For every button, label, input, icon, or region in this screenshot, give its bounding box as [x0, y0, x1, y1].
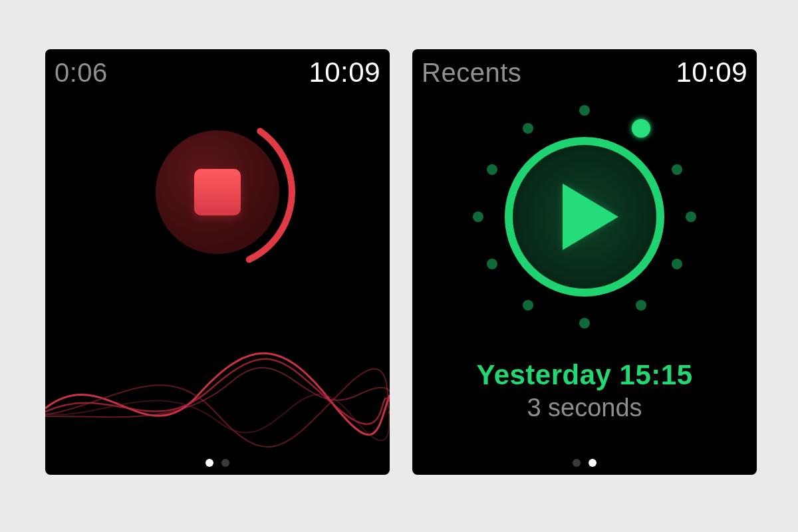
clock-time: 10:09: [309, 57, 380, 88]
recents-watch-face: Recents 10:09: [412, 49, 757, 475]
status-bar: Recents 10:09: [412, 55, 757, 90]
recording-title: Yesterday 15:15: [412, 359, 757, 391]
stop-icon: [194, 169, 241, 215]
two-watch-screenshots: 0:06 10:09 Recents 10:09: [0, 0, 798, 532]
stop-recording-button[interactable]: [156, 130, 279, 254]
screen-title: Recents: [422, 58, 521, 88]
page-dot[interactable]: [589, 459, 597, 467]
page-dot[interactable]: [573, 459, 581, 467]
clock-time: 10:09: [676, 57, 747, 88]
recording-metadata: Yesterday 15:15 3 seconds: [412, 359, 757, 422]
record-button-group: [133, 108, 302, 277]
recording-duration: 3 seconds: [412, 394, 757, 422]
status-bar: 0:06 10:09: [45, 55, 390, 90]
play-dial: [471, 104, 698, 330]
play-button[interactable]: [505, 137, 664, 297]
page-dot[interactable]: [205, 459, 213, 467]
page-indicator: [45, 459, 390, 467]
recording-watch-face: 0:06 10:09: [45, 49, 390, 475]
play-icon: [563, 184, 618, 250]
page-dot[interactable]: [221, 459, 229, 467]
elapsed-time: 0:06: [55, 58, 108, 88]
page-indicator: [412, 459, 757, 467]
progress-tick-active: [632, 119, 650, 138]
waveform-visualizer: [45, 315, 390, 448]
